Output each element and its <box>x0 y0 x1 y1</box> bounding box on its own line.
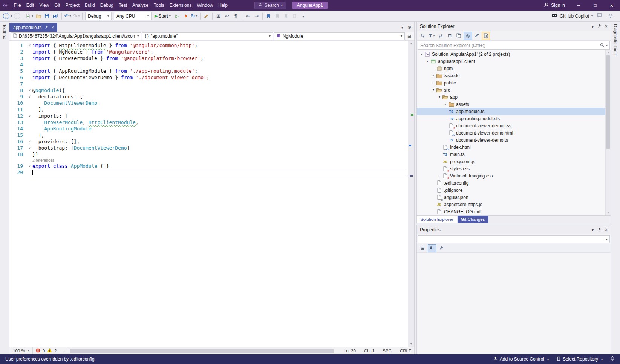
send-feedback-button[interactable] <box>595 12 604 21</box>
sync-active-document-button[interactable]: ◎ <box>464 32 472 40</box>
tree-item-gitignore[interactable]: .gitignore <box>417 187 605 194</box>
previous-issue-icon[interactable]: ↑ <box>59 349 61 353</box>
tool-tab-solution-explorer[interactable]: Solution Explorer <box>417 216 457 223</box>
code-line-18[interactable]: 18}) <box>9 151 408 158</box>
chevron-down-icon[interactable]: ▾ <box>606 44 608 47</box>
properties-title-bar[interactable]: Properties ▾ × <box>417 225 611 234</box>
menu-build[interactable]: Build <box>82 0 98 11</box>
menu-file[interactable]: File <box>11 0 23 11</box>
tree-item-app[interactable]: ▾app <box>417 93 605 101</box>
code-editor[interactable]: 1∨import { HttpClientModule } from '@ang… <box>9 41 414 347</box>
sync-button[interactable]: ⇄ <box>436 32 445 40</box>
tab-app-module-ts[interactable]: app.module.ts × <box>9 23 57 32</box>
menu-git[interactable]: Git <box>52 0 63 11</box>
next-issue-icon[interactable]: ↓ <box>63 349 65 353</box>
chevron-down-icon[interactable]: ▾ <box>592 228 594 232</box>
project-path-dropdown[interactable]: D:\6354672354324\AngularApp1\angularapp1… <box>11 32 141 40</box>
eol-indicator[interactable]: CRLF <box>392 349 411 353</box>
collapsed-arrow-icon[interactable]: ▸ <box>437 174 442 177</box>
code-line-13[interactable]: 13 BrowserModule, HttpClientModule, <box>9 119 408 125</box>
tree-item-src[interactable]: ▾src <box>417 86 605 93</box>
word-wrap-button[interactable]: ↩ <box>223 12 231 21</box>
fold-marker-icon[interactable]: ∨ <box>27 138 32 145</box>
tree-item-document-viewer-demo-ts[interactable]: TSdocument-viewer-demo.ts <box>417 136 605 144</box>
tree-item-document-viewer-demo-css[interactable]: #document-viewer-demo.css <box>417 122 605 129</box>
tree-item-aspnetcore-https-js[interactable]: JSaspnetcore-https.js <box>417 201 605 208</box>
scroll-up-icon[interactable]: ▴ <box>408 41 414 46</box>
whitespace-button[interactable]: ¶ <box>231 12 240 21</box>
code-lines[interactable]: 1∨import { HttpClientModule } from '@ang… <box>9 41 408 347</box>
tree-item-angular-json[interactable]: {}angular.json <box>417 194 605 201</box>
tree-item-assets[interactable]: ▸assets <box>417 101 605 108</box>
menu-view[interactable]: View <box>37 0 52 11</box>
type-dropdown[interactable]: { } "app.module" ▾ <box>142 32 273 40</box>
code-line-4[interactable]: 4 <box>9 61 408 68</box>
notifications-button[interactable] <box>606 12 615 21</box>
solution-explorer-search[interactable]: ▾ <box>418 41 610 50</box>
code-line-17[interactable]: 17∨ bootstrap: [DocumentViewerDemo] <box>9 145 408 151</box>
start-without-debugging-button[interactable]: ▷ <box>173 12 181 21</box>
fold-marker-icon[interactable]: ∨ <box>27 87 32 93</box>
menu-edit[interactable]: Edit <box>24 0 37 11</box>
outdent-button[interactable]: ⇤ <box>243 12 252 21</box>
select-repository-button[interactable]: Select Repository ▴ <box>556 356 603 362</box>
code-text[interactable]: @NgModule({ <box>32 87 406 93</box>
code-line-6[interactable]: 6import { DocumentViewerDemo } from './d… <box>9 74 408 81</box>
code-text[interactable]: export class AppModule { } <box>32 163 406 169</box>
editor-horizontal-scrollbar[interactable] <box>69 349 334 353</box>
collapsed-arrow-icon[interactable]: ▸ <box>431 81 436 84</box>
undo-button[interactable]: ↶▾ <box>63 12 72 21</box>
code-line-5[interactable]: 5import { AppRoutingModule } from './app… <box>9 68 408 74</box>
scrollbar-thumb[interactable] <box>70 349 333 353</box>
bookmark-button[interactable] <box>264 12 273 21</box>
toolbar-overflow-button[interactable]: ▾ <box>299 12 308 21</box>
maximize-button[interactable]: □ <box>587 0 603 11</box>
code-line-2[interactable]: 2import { NgModule } from '@angular/core… <box>9 49 408 55</box>
collapsed-arrow-icon[interactable]: ▸ <box>431 74 436 77</box>
sign-in-button[interactable]: Sign in <box>539 2 570 8</box>
member-dropdown[interactable]: NgModule ▾ <box>274 32 405 40</box>
tree-item-app-module-ts[interactable]: TSapp.module.ts <box>417 108 605 115</box>
tree-item-public[interactable]: ▸public <box>417 79 605 86</box>
code-text[interactable]: AppRoutingModule <box>32 125 406 132</box>
tree-item-changelog-md[interactable]: CHANGELOG.md <box>417 208 605 215</box>
window-list-button[interactable]: ⊞ <box>214 12 223 21</box>
document-dropdown-icon[interactable]: ▾ <box>401 25 403 29</box>
previous-bookmark-button[interactable] <box>273 12 282 21</box>
menu-extensions[interactable]: Extensions <box>167 0 194 11</box>
object-selector-dropdown[interactable]: ▾ <box>418 235 610 243</box>
code-text[interactable]: import { DocumentViewerDemo } from './do… <box>32 74 406 81</box>
tree-vertical-scrollbar[interactable]: ▴ ▾ <box>605 50 611 215</box>
clear-bookmarks-button[interactable] <box>290 12 299 21</box>
pin-icon[interactable] <box>597 24 601 29</box>
forward-button[interactable]: → <box>13 12 21 21</box>
new-file-button[interactable]: ▾ <box>25 12 34 21</box>
code-text[interactable]: import { BrowserModule } from '@angular/… <box>32 55 406 61</box>
code-text[interactable]: }) <box>32 151 406 158</box>
hot-reload-button[interactable] <box>181 12 190 21</box>
code-line-1[interactable]: 1∨import { HttpClientModule } from '@ang… <box>9 42 408 49</box>
expanded-arrow-icon[interactable]: ▾ <box>437 95 442 99</box>
tree-item-vscode[interactable]: ▸.vscode <box>417 72 605 79</box>
scroll-up-icon[interactable]: ▴ <box>606 50 611 55</box>
code-text[interactable] <box>32 61 406 68</box>
code-line-9[interactable]: 9∨ declarations: [ <box>9 93 408 100</box>
menu-test[interactable]: Test <box>116 0 130 11</box>
code-text[interactable] <box>32 81 406 87</box>
redo-button[interactable]: ↷▾ <box>72 12 81 21</box>
close-icon[interactable]: × <box>605 227 608 232</box>
code-line-20[interactable]: 20 <box>9 169 408 176</box>
fold-marker-icon[interactable]: ∨ <box>27 113 32 119</box>
configuration-select[interactable]: Debug▾ <box>85 12 112 20</box>
tree-item-solution-angularapp1-2-of-2-projects[interactable]: ▾Solution 'AngularApp1' (2 of 2 projects… <box>417 50 605 58</box>
pin-icon[interactable] <box>44 25 48 30</box>
indent-button[interactable]: ⇥ <box>252 12 261 21</box>
notifications-bell-icon[interactable] <box>610 356 615 362</box>
code-text[interactable] <box>32 169 406 176</box>
fold-marker-icon[interactable]: ∨ <box>27 42 32 49</box>
code-text[interactable]: BrowserModule, HttpClientModule, <box>32 119 406 125</box>
tree-item-main-ts[interactable]: TSmain.ts <box>417 151 605 158</box>
code-text[interactable]: imports: [ <box>32 113 406 119</box>
toolbox-strip[interactable]: Toolbox <box>0 22 9 354</box>
tree-item-vintasoft-imaging-css[interactable]: ▸#Vintasoft.Imaging.css <box>417 172 605 179</box>
